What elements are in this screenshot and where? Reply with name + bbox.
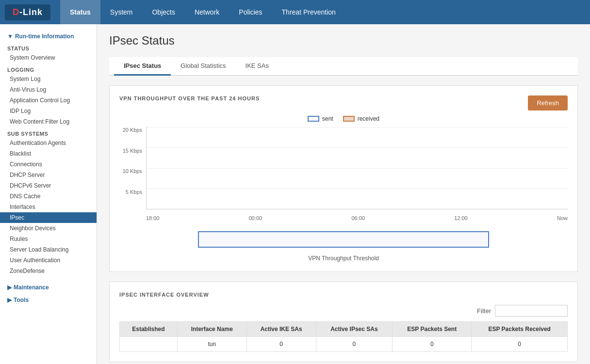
nav-system[interactable]: System xyxy=(100,0,143,24)
col-active-ipsec-sas: Active IPsec SAs xyxy=(316,322,393,337)
chart-x-labels: 18:00 00:00 06:00 12:00 Now xyxy=(146,212,568,224)
logo: D-Link xyxy=(5,4,50,20)
logo-d: D xyxy=(13,7,19,17)
x-label-06: 06:00 xyxy=(351,215,365,221)
col-established: Established xyxy=(120,322,178,337)
col-interface-name: Interface Name xyxy=(177,322,246,337)
sidebar-item-system-overview[interactable]: System Overview xyxy=(0,52,97,63)
sidebar-runtime-label: Run-time Information xyxy=(15,33,74,40)
sidebar-category-logging: LOGGING xyxy=(0,63,97,74)
table-row: tun 0 0 0 0 xyxy=(120,337,568,352)
sidebar-category-subsystems: SUB SYSTEMS xyxy=(0,127,97,138)
legend-received-color xyxy=(343,116,355,122)
sidebar-item-dhcp-server[interactable]: DHCP Server xyxy=(0,170,97,180)
nav-objects[interactable]: Objects xyxy=(142,0,184,24)
layout: ▼ Run-time Information STATUS System Ove… xyxy=(0,24,590,364)
legend-sent: sent xyxy=(308,115,333,122)
cell-active-ike-sas: 0 xyxy=(246,337,316,352)
sidebar-item-ipsec[interactable]: IPsec xyxy=(0,212,97,223)
cell-interface-name: tun xyxy=(177,337,246,352)
grid-line-50 xyxy=(147,168,568,169)
nav-status[interactable]: Status xyxy=(60,0,100,24)
chevron-right-icon: ▶ xyxy=(7,284,12,291)
filter-row: Filter xyxy=(119,305,568,317)
tab-ipsec-status[interactable]: IPsec Status xyxy=(114,57,171,76)
sidebar-item-dhcpv6-server[interactable]: DHCPv6 Server xyxy=(0,180,97,191)
sidebar-category-status: STATUS xyxy=(0,42,97,52)
tab-global-statistics[interactable]: Global Statistics xyxy=(171,57,235,76)
vpn-section-title: VPN THROUGHPUT OVER THE PAST 24 HOURS xyxy=(119,95,260,101)
nav-policies[interactable]: Policies xyxy=(229,0,272,24)
grid-line-75 xyxy=(147,189,568,189)
filter-input[interactable] xyxy=(495,305,568,317)
sidebar-item-system-log[interactable]: System Log xyxy=(0,74,97,84)
cell-established xyxy=(120,337,178,352)
sidebar-tools-label: Tools xyxy=(14,297,29,303)
legend-received-label: received xyxy=(358,115,379,122)
threshold-label: VPN Throughput Threshold xyxy=(119,255,568,262)
col-active-ike-sas: Active IKE SAs xyxy=(246,322,316,337)
col-esp-sent: ESP Packets Sent xyxy=(393,322,472,337)
nav-threat-prevention[interactable]: Threat Prevention xyxy=(272,0,345,24)
y-label-10: 10 Kbps xyxy=(123,168,142,174)
x-label-18: 18:00 xyxy=(146,215,160,221)
sidebar-section-maintenance[interactable]: ▶ Maintenance xyxy=(0,280,97,293)
interface-overview-panel: IPSEC INTERFACE OVERVIEW Filter Establis… xyxy=(109,282,578,362)
x-label-00: 00:00 xyxy=(249,215,262,221)
chart-header: VPN THROUGHPUT OVER THE PAST 24 HOURS Re… xyxy=(119,95,568,111)
sidebar-item-connections[interactable]: Connections xyxy=(0,159,97,170)
nav-network[interactable]: Network xyxy=(185,0,229,24)
sidebar-item-dns-cache[interactable]: DNS Cache xyxy=(0,191,97,202)
sidebar-item-auth-agents[interactable]: Authentication Agents xyxy=(0,138,97,148)
sidebar-item-server-lb[interactable]: Server Load Balancing xyxy=(0,244,97,255)
threshold-box xyxy=(198,231,490,248)
sidebar-section-runtime[interactable]: ▼ Run-time Information xyxy=(0,29,97,42)
chart-plot-area xyxy=(146,127,568,209)
sidebar-item-appcontrol-log[interactable]: Application Control Log xyxy=(0,95,97,106)
x-label-now: Now xyxy=(557,215,568,221)
sidebar-item-webcontent-log[interactable]: Web Content Filter Log xyxy=(0,116,97,127)
sidebar-item-user-auth[interactable]: User Authentication xyxy=(0,255,97,266)
cell-esp-sent: 0 xyxy=(393,337,472,352)
main-content: IPsec Status IPsec Status Global Statist… xyxy=(97,24,590,364)
sidebar-item-antivirus-log[interactable]: Anti-Virus Log xyxy=(0,84,97,95)
vpn-throughput-panel: VPN THROUGHPUT OVER THE PAST 24 HOURS Re… xyxy=(109,85,578,272)
interface-table: Established Interface Name Active IKE SA… xyxy=(119,321,568,352)
sidebar-item-interfaces[interactable]: Interfaces xyxy=(0,202,97,212)
legend-sent-label: sent xyxy=(322,115,333,122)
tab-bar: IPsec Status Global Statistics IKE SAs xyxy=(109,57,578,76)
chevron-down-icon: ▼ xyxy=(7,33,13,40)
y-label-15: 15 Kbps xyxy=(123,148,142,154)
vpn-chart: 20 Kbps 15 Kbps 10 Kbps 5 Kbps 18:00 00:… xyxy=(119,127,568,224)
sidebar-item-zonedefense[interactable]: ZoneDefense xyxy=(0,266,97,276)
chevron-right-tools-icon: ▶ xyxy=(7,297,12,303)
sidebar-item-neighbor-devices[interactable]: Neighbor Devices xyxy=(0,223,97,234)
top-navigation: D-Link Status System Objects Network Pol… xyxy=(0,0,590,24)
sidebar-maintenance-label: Maintenance xyxy=(14,284,49,291)
x-label-12: 12:00 xyxy=(454,215,468,221)
grid-line-top xyxy=(147,127,568,127)
y-label-20: 20 Kbps xyxy=(123,127,142,133)
threshold-container: VPN Throughput Threshold xyxy=(119,231,568,262)
grid-line-25 xyxy=(147,147,568,148)
chart-legend: sent received xyxy=(119,115,568,122)
col-esp-received: ESP Packets Received xyxy=(472,322,568,337)
refresh-button[interactable]: Refresh xyxy=(528,95,568,111)
y-label-5: 5 Kbps xyxy=(126,189,142,195)
table-header: Established Interface Name Active IKE SA… xyxy=(120,322,568,337)
chart-y-labels: 20 Kbps 15 Kbps 10 Kbps 5 Kbps xyxy=(119,127,146,209)
sidebar: ▼ Run-time Information STATUS System Ove… xyxy=(0,24,97,364)
page-title: IPsec Status xyxy=(109,34,578,47)
sidebar-item-ruules[interactable]: Ruules xyxy=(0,234,97,244)
sidebar-item-idp-log[interactable]: IDP Log xyxy=(0,106,97,116)
interface-section-title: IPSEC INTERFACE OVERVIEW xyxy=(119,292,568,298)
sidebar-item-blacklist[interactable]: Blacklist xyxy=(0,148,97,159)
table-body: tun 0 0 0 0 xyxy=(120,337,568,352)
cell-active-ipsec-sas: 0 xyxy=(316,337,393,352)
sidebar-section-tools[interactable]: ▶ Tools xyxy=(0,293,97,305)
cell-esp-received: 0 xyxy=(472,337,568,352)
tab-ike-sas[interactable]: IKE SAs xyxy=(236,57,279,76)
filter-label: Filter xyxy=(477,307,491,315)
legend-sent-color xyxy=(308,116,319,122)
legend-received: received xyxy=(343,115,379,122)
